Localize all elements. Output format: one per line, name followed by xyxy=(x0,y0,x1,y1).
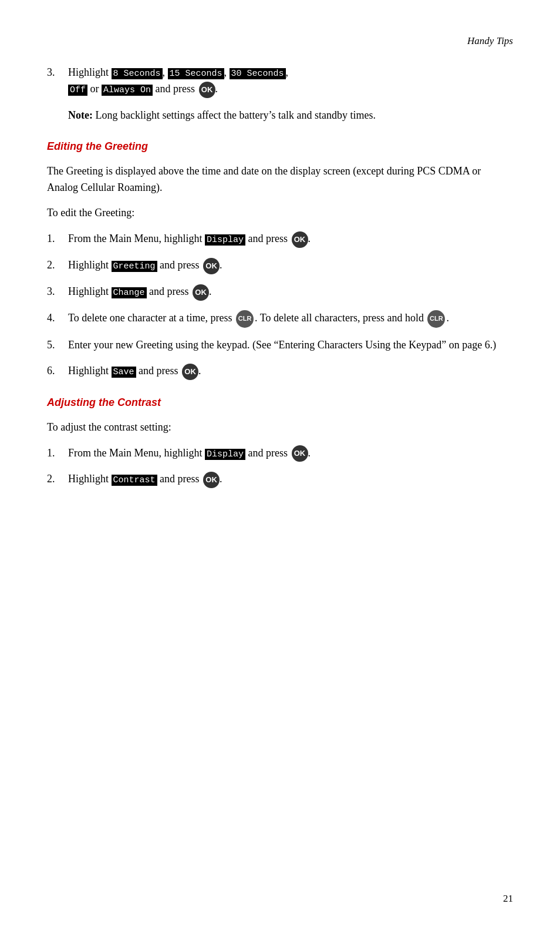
highlight-greeting: Greeting xyxy=(112,261,157,272)
note-label: Note: xyxy=(68,109,93,121)
item-content-eg4: To delete one character at a time, press… xyxy=(68,310,513,328)
ok-badge-eg3: OK xyxy=(193,284,209,301)
editing-item-4: 4. To delete one character at a time, pr… xyxy=(47,310,513,328)
highlight-alwayson: Always On xyxy=(102,85,153,96)
clr-badge-2: CLR xyxy=(427,310,445,328)
highlight-8sec: 8 Seconds xyxy=(112,68,163,79)
ok-badge-ac1: OK xyxy=(292,445,308,462)
numbered-item-3: 3. Highlight 8 Seconds, 15 Seconds, 30 S… xyxy=(47,65,513,98)
adjusting-contrast-heading: Adjusting the Contrast xyxy=(47,397,513,409)
adjusting-contrast-intro: To adjust the contrast setting: xyxy=(47,419,513,436)
item-content-eg6: Highlight Save and press OK. xyxy=(68,363,513,380)
editing-item-6: 6. Highlight Save and press OK. xyxy=(47,363,513,380)
item-content-ac2: Highlight Contrast and press OK. xyxy=(68,471,513,488)
item-number-eg1: 1. xyxy=(47,231,68,248)
highlight-contrast: Contrast xyxy=(112,475,157,486)
contrast-item-1: 1. From the Main Menu, highlight Display… xyxy=(47,445,513,462)
highlight-30sec: 30 Seconds xyxy=(230,68,286,79)
item-number-eg4: 4. xyxy=(47,310,68,328)
header-title: Handy Tips xyxy=(467,35,513,46)
ok-badge-eg2: OK xyxy=(203,258,220,274)
highlight-save: Save xyxy=(112,367,136,378)
item-content-eg3: Highlight Change and press OK. xyxy=(68,284,513,301)
highlight-15sec: 15 Seconds xyxy=(168,68,224,79)
editing-greeting-intro2: To edit the Greeting: xyxy=(47,205,513,221)
highlight-display-2: Display xyxy=(205,449,245,460)
page-header: Handy Tips xyxy=(47,35,513,47)
ok-badge-3: OK xyxy=(199,82,215,98)
ok-badge-eg6: OK xyxy=(182,364,198,380)
editing-greeting-heading: Editing the Greeting xyxy=(47,140,513,153)
item-number-eg6: 6. xyxy=(47,363,68,380)
page-number: 21 xyxy=(503,893,513,905)
editing-greeting-section: Editing the Greeting The Greeting is dis… xyxy=(47,140,513,380)
item-number-ac1: 1. xyxy=(47,445,68,462)
intro-item: 3. Highlight 8 Seconds, 15 Seconds, 30 S… xyxy=(47,65,513,124)
adjusting-contrast-section: Adjusting the Contrast To adjust the con… xyxy=(47,397,513,489)
highlight-display-1: Display xyxy=(205,234,245,246)
item-number-3: 3. xyxy=(47,65,68,98)
editing-greeting-list: 1. From the Main Menu, highlight Display… xyxy=(47,231,513,379)
adjusting-contrast-list: 1. From the Main Menu, highlight Display… xyxy=(47,445,513,489)
item-content-eg5: Enter your new Greeting using the keypad… xyxy=(68,337,513,354)
clr-badge-1: CLR xyxy=(236,310,254,328)
page: Handy Tips 3. Highlight 8 Seconds, 15 Se… xyxy=(0,0,560,934)
item-number-ac2: 2. xyxy=(47,471,68,488)
editing-greeting-intro: The Greeting is displayed above the time… xyxy=(47,163,513,196)
ok-badge-ac2: OK xyxy=(203,472,220,488)
editing-item-3: 3. Highlight Change and press OK. xyxy=(47,284,513,301)
contrast-item-2: 2. Highlight Contrast and press OK. xyxy=(47,471,513,488)
highlight-change: Change xyxy=(112,287,147,298)
note-block: Note: Long backlight settings affect the… xyxy=(68,107,513,124)
note-text: Long backlight settings affect the batte… xyxy=(93,109,376,121)
highlight-off: Off xyxy=(68,85,87,96)
item-content-eg1: From the Main Menu, highlight Display an… xyxy=(68,231,513,248)
item-number-eg3: 3. xyxy=(47,284,68,301)
item-number-eg5: 5. xyxy=(47,337,68,354)
ok-badge-eg1: OK xyxy=(292,231,308,248)
editing-item-2: 2. Highlight Greeting and press OK. xyxy=(47,257,513,274)
item-content-ac1: From the Main Menu, highlight Display an… xyxy=(68,445,513,462)
editing-item-1: 1. From the Main Menu, highlight Display… xyxy=(47,231,513,248)
item-number-eg2: 2. xyxy=(47,257,68,274)
editing-item-5: 5. Enter your new Greeting using the key… xyxy=(47,337,513,354)
item-content-3: Highlight 8 Seconds, 15 Seconds, 30 Seco… xyxy=(68,65,513,98)
item-content-eg2: Highlight Greeting and press OK. xyxy=(68,257,513,274)
